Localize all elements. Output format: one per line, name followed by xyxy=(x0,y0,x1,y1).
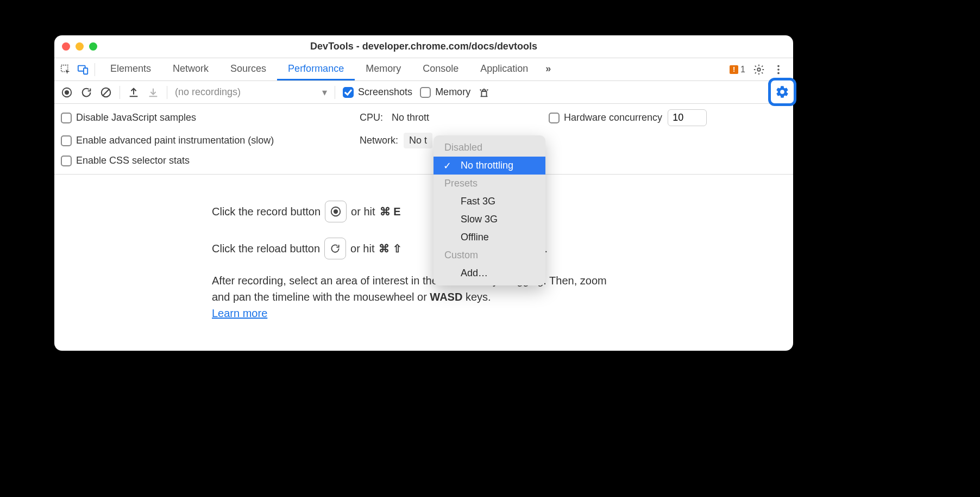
dropdown-heading-presets: Presets xyxy=(434,175,545,192)
instruction-text: Click the record button xyxy=(212,203,321,220)
recordings-dropdown[interactable]: (no recordings) ▾ xyxy=(175,86,327,98)
memory-label: Memory xyxy=(435,86,470,98)
record-button-inline-icon xyxy=(325,201,347,222)
dropdown-item-slow-3g[interactable]: Slow 3G xyxy=(434,210,545,228)
tab-application[interactable]: Application xyxy=(469,58,539,80)
performance-landing-content: Click the record button or hit ⌘ E ding.… xyxy=(54,175,793,321)
shortcut-keys: ⌘ ⇧ xyxy=(379,240,402,257)
disable-js-samples-label: Disable JavaScript samples xyxy=(76,112,196,123)
wasd-keys: WASD xyxy=(430,291,462,303)
hardware-concurrency-input[interactable] xyxy=(549,113,560,123)
panels-tab-bar: Elements Network Sources Performance Mem… xyxy=(54,58,793,81)
disable-js-samples-input[interactable] xyxy=(61,113,72,123)
network-throttling-row: Network: No t xyxy=(360,133,787,148)
svg-point-12 xyxy=(334,209,338,214)
garbage-collect-icon[interactable] xyxy=(478,86,490,98)
screenshots-label: Screenshots xyxy=(358,86,412,98)
cpu-throttling-row: CPU: No thrott Hardware concurrency xyxy=(360,109,787,126)
issues-count: 1 xyxy=(740,65,745,74)
divider xyxy=(167,86,167,99)
dropdown-item-add[interactable]: Add… xyxy=(434,264,545,282)
hardware-concurrency-label: Hardware concurrency xyxy=(564,112,662,123)
tabs-overflow-icon[interactable]: » xyxy=(539,58,557,80)
tab-elements[interactable]: Elements xyxy=(99,58,162,80)
css-selector-stats-input[interactable] xyxy=(61,156,72,166)
clear-icon[interactable] xyxy=(100,86,112,98)
dropdown-heading-disabled: Disabled xyxy=(434,139,545,157)
recordings-placeholder: (no recordings) xyxy=(175,86,241,98)
performance-toolbar: (no recordings) ▾ Screenshots Memory xyxy=(54,81,793,104)
dropdown-item-no-throttling[interactable]: No throttling xyxy=(434,157,545,175)
css-selector-stats-label: Enable CSS selector stats xyxy=(76,155,190,166)
issues-counter[interactable]: ! 1 xyxy=(730,65,745,74)
network-throttling-dropdown: Disabled No throttling Presets Fast 3G S… xyxy=(434,135,545,285)
instruction-text: keys. xyxy=(462,291,491,303)
svg-point-6 xyxy=(777,72,780,74)
devtools-window: DevTools - developer.chrome.com/docs/dev… xyxy=(54,35,793,351)
device-toolbar-icon[interactable] xyxy=(77,64,89,76)
dropdown-heading-custom: Custom xyxy=(434,246,545,264)
learn-more-link[interactable]: Learn more xyxy=(212,307,267,319)
svg-line-10 xyxy=(103,89,110,96)
tab-sources[interactable]: Sources xyxy=(219,58,277,80)
screenshots-checkbox[interactable]: Screenshots xyxy=(343,86,412,98)
title-bar: DevTools - developer.chrome.com/docs/dev… xyxy=(54,35,793,58)
shortcut-keys: ⌘ E xyxy=(380,203,401,220)
window-title: DevTools - developer.chrome.com/docs/dev… xyxy=(54,41,793,52)
svg-point-3 xyxy=(757,68,761,71)
hardware-concurrency-checkbox[interactable]: Hardware concurrency xyxy=(549,112,662,123)
devtools-settings-icon[interactable] xyxy=(753,64,765,76)
more-menu-icon[interactable] xyxy=(772,64,784,76)
advanced-paint-checkbox[interactable]: Enable advanced paint instrumentation (s… xyxy=(61,133,354,148)
chevron-down-icon: ▾ xyxy=(322,86,327,98)
svg-rect-2 xyxy=(84,68,87,74)
upload-icon[interactable] xyxy=(128,86,140,98)
divider xyxy=(335,86,335,99)
advanced-paint-label: Enable advanced paint instrumentation (s… xyxy=(76,135,274,146)
instruction-text: or hit xyxy=(351,203,375,220)
memory-checkbox-input[interactable] xyxy=(420,87,431,98)
divider xyxy=(120,86,120,99)
svg-point-4 xyxy=(777,65,780,67)
capture-settings-panel: Disable JavaScript samples CPU: No throt… xyxy=(54,104,793,175)
css-selector-stats-checkbox[interactable]: Enable CSS selector stats xyxy=(61,155,354,166)
reload-record-icon[interactable] xyxy=(80,86,92,98)
gear-icon xyxy=(775,85,789,99)
dropdown-item-offline[interactable]: Offline xyxy=(434,228,545,246)
dropdown-item-fast-3g[interactable]: Fast 3G xyxy=(434,192,545,210)
svg-point-8 xyxy=(65,90,69,94)
svg-point-5 xyxy=(777,69,780,71)
tab-console[interactable]: Console xyxy=(412,58,469,80)
tab-memory[interactable]: Memory xyxy=(355,58,412,80)
tab-performance[interactable]: Performance xyxy=(277,58,355,80)
divider xyxy=(95,63,95,76)
memory-checkbox[interactable]: Memory xyxy=(420,86,470,98)
cpu-label: CPU: xyxy=(360,112,383,123)
network-throttling-select[interactable]: No t xyxy=(404,133,432,148)
capture-settings-gear-highlighted[interactable] xyxy=(768,78,796,106)
panel-tabs: Elements Network Sources Performance Mem… xyxy=(99,58,557,80)
instruction-paragraph: After recording, select an area of inter… xyxy=(212,272,619,321)
download-icon[interactable] xyxy=(147,86,159,98)
record-icon[interactable] xyxy=(61,86,73,98)
advanced-paint-input[interactable] xyxy=(61,135,72,146)
instruction-text: Click the reload button xyxy=(212,240,320,257)
disable-js-samples-checkbox[interactable]: Disable JavaScript samples xyxy=(61,109,354,126)
cpu-throttling-select[interactable]: No thrott xyxy=(392,112,429,123)
screenshots-checkbox-input[interactable] xyxy=(343,87,354,98)
tab-network[interactable]: Network xyxy=(162,58,219,80)
inspect-element-icon[interactable] xyxy=(60,64,72,76)
instruction-text: After recording, select an area of inter… xyxy=(212,275,607,303)
hardware-concurrency-value[interactable] xyxy=(668,109,707,126)
instruction-text: or hit xyxy=(350,240,374,257)
warning-icon: ! xyxy=(730,65,738,74)
reload-button-inline-icon xyxy=(324,238,346,259)
network-label: Network: xyxy=(360,135,398,146)
